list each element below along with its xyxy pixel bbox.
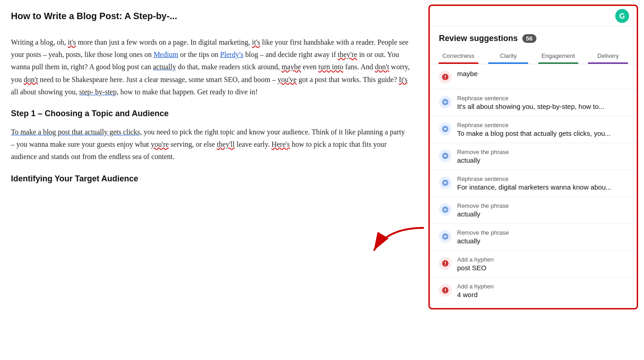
panel-title-text: Review suggestions bbox=[439, 34, 518, 43]
suggestion-item-2[interactable]: Rephrase sentence It's all about showing… bbox=[430, 89, 637, 116]
suggestion-text-9: Add a hyphen 4 word bbox=[457, 283, 628, 298]
tab-clarity[interactable]: Clarity bbox=[484, 49, 534, 64]
suggestion-icon-3 bbox=[439, 123, 452, 135]
tab-engagement[interactable]: Engagement bbox=[533, 49, 583, 64]
underline-actually-1: actually bbox=[153, 63, 176, 71]
suggestion-item-1[interactable]: maybe bbox=[430, 64, 637, 89]
suggestion-value-4: actually bbox=[457, 156, 628, 164]
underline-its-2: it's bbox=[252, 38, 260, 46]
suggestion-item-9[interactable]: Add a hyphen 4 word bbox=[430, 278, 637, 304]
underline-step: step- by-step, bbox=[79, 88, 118, 96]
heading-2: Identifying Your Target Audience bbox=[11, 174, 410, 184]
suggestion-label-3: Rephrase sentence bbox=[457, 122, 628, 129]
page-title: How to Write a Blog Post: A Step-by-... bbox=[11, 11, 410, 21]
suggestion-label-9: Add a hyphen bbox=[457, 283, 628, 290]
suggestion-icon-5 bbox=[439, 176, 452, 189]
suggestion-icon-1 bbox=[439, 71, 452, 83]
underline-dont-2: don't bbox=[24, 76, 38, 83]
grammarly-logo: G bbox=[615, 9, 629, 23]
suggestions-badge: 56 bbox=[522, 34, 536, 43]
panel-title-container: Review suggestions 56 bbox=[439, 34, 536, 43]
suggestion-text-8: Add a hyphen post SEO bbox=[457, 256, 628, 272]
suggestion-label-4: Remove the phrase bbox=[457, 149, 628, 155]
underline-dont-1: don't bbox=[375, 63, 389, 71]
underline-youre: you're bbox=[151, 140, 169, 148]
suggestion-value-9: 4 word bbox=[457, 291, 628, 298]
svg-point-17 bbox=[445, 292, 446, 293]
svg-text:G: G bbox=[619, 12, 625, 20]
underline-turn-into: turn into bbox=[319, 63, 344, 71]
svg-rect-16 bbox=[445, 288, 446, 291]
suggestion-item-7[interactable]: Remove the phrase actually bbox=[430, 224, 637, 251]
suggestions-list: maybe Rephrase sentence It's all about s… bbox=[430, 64, 637, 308]
suggestion-text-2: Rephrase sentence It's all about showing… bbox=[457, 95, 628, 110]
suggestion-value-5: For instance, digital marketers wanna kn… bbox=[457, 183, 628, 191]
suggestion-icon-7 bbox=[439, 230, 452, 243]
underline-theyll: they'll bbox=[217, 140, 235, 148]
tab-delivery[interactable]: Delivery bbox=[583, 49, 634, 64]
suggestion-value-1: maybe bbox=[457, 70, 628, 77]
suggestion-value-2: It's all about showing you, step-by-step… bbox=[457, 103, 628, 110]
tab-correctness[interactable]: Correctness bbox=[433, 49, 484, 64]
suggestion-value-8: post SEO bbox=[457, 264, 628, 272]
suggestion-label-2: Rephrase sentence bbox=[457, 95, 628, 102]
panel-wrapper: G Review suggestions 56 Correctness Clar… bbox=[428, 0, 638, 360]
tabs-row: Correctness Clarity Engagement Delivery bbox=[430, 49, 637, 64]
suggestion-value-6: actually bbox=[457, 210, 628, 218]
review-panel: G Review suggestions 56 Correctness Clar… bbox=[428, 5, 638, 309]
suggestion-value-7: actually bbox=[457, 237, 628, 245]
suggestion-label-7: Remove the phrase bbox=[457, 229, 628, 236]
suggestion-item-8[interactable]: Add a hyphen post SEO bbox=[430, 251, 637, 278]
svg-point-5 bbox=[445, 78, 446, 79]
suggestion-icon-9 bbox=[439, 284, 452, 297]
suggestion-label-5: Rephrase sentence bbox=[457, 175, 628, 182]
suggestion-text-4: Remove the phrase actually bbox=[457, 149, 628, 164]
underline-to-make: To make a blog post that actually gets c… bbox=[11, 128, 142, 136]
content-area: How to Write a Blog Post: A Step-by-... … bbox=[0, 0, 428, 360]
heading-1: Step 1 – Choosing a Topic and Audience bbox=[11, 109, 410, 118]
underline-maybe: maybe bbox=[282, 63, 301, 71]
suggestion-text-1: maybe bbox=[457, 70, 628, 77]
suggestion-item-3[interactable]: Rephrase sentence To make a blog post th… bbox=[430, 116, 637, 143]
underline-youve: you've bbox=[278, 76, 297, 83]
svg-rect-4 bbox=[445, 75, 446, 77]
suggestion-text-5: Rephrase sentence For instance, digital … bbox=[457, 175, 628, 191]
panel-top-bar: G bbox=[430, 6, 637, 26]
suggestion-icon-8 bbox=[439, 257, 452, 270]
suggestion-text-3: Rephrase sentence To make a blog post th… bbox=[457, 122, 628, 137]
suggestion-icon-4 bbox=[439, 149, 452, 162]
medium-link[interactable]: Medium bbox=[154, 51, 178, 58]
underline-theyre: they're bbox=[338, 51, 357, 58]
suggestion-text-7: Remove the phrase actually bbox=[457, 229, 628, 245]
underline-its-1: it's bbox=[68, 38, 76, 46]
suggestion-icon-2 bbox=[439, 96, 452, 108]
plerdys-link[interactable]: Plerdy's bbox=[220, 51, 243, 58]
suggestion-label-8: Add a hyphen bbox=[457, 256, 628, 263]
suggestion-value-3: To make a blog post that actually gets c… bbox=[457, 129, 628, 137]
suggestion-text-6: Remove the phrase actually bbox=[457, 202, 628, 218]
suggestion-label-6: Remove the phrase bbox=[457, 202, 628, 209]
suggestion-item-4[interactable]: Remove the phrase actually bbox=[430, 143, 637, 170]
suggestion-icon-6 bbox=[439, 203, 452, 216]
underline-its-3: It's bbox=[399, 76, 407, 83]
panel-header: Review suggestions 56 bbox=[430, 26, 637, 43]
suggestion-item-5[interactable]: Rephrase sentence For instance, digital … bbox=[430, 170, 637, 197]
svg-rect-13 bbox=[445, 262, 446, 264]
paragraph-2: To make a blog post that actually gets c… bbox=[11, 126, 410, 163]
paragraph-1: Writing a blog, oh, it's more than just … bbox=[11, 36, 410, 98]
suggestion-item-6[interactable]: Remove the phrase actually bbox=[430, 197, 637, 224]
svg-point-14 bbox=[445, 265, 446, 266]
underline-heres: Here's bbox=[272, 140, 290, 148]
